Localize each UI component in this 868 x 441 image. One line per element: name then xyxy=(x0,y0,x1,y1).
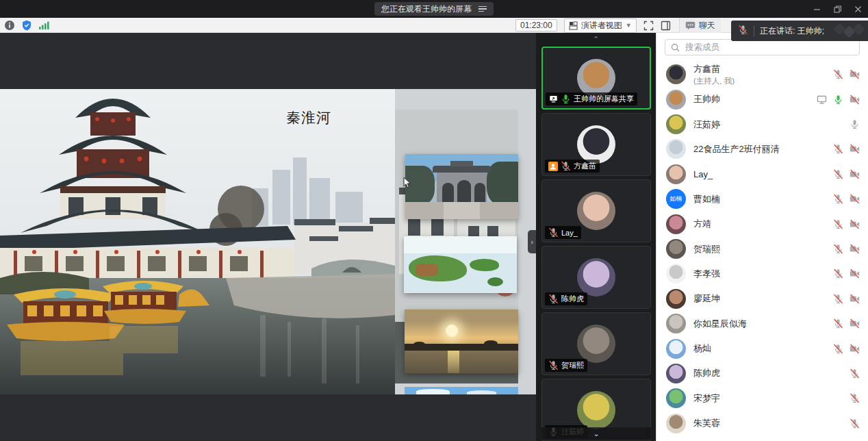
mic-muted-icon[interactable] xyxy=(849,418,860,429)
layout-grid-icon xyxy=(569,21,578,30)
mic-muted-icon[interactable] xyxy=(832,268,843,279)
minimize-button[interactable] xyxy=(806,0,827,18)
member-name: 曹如楠 xyxy=(693,193,832,205)
member-row[interactable]: 廖延坤 xyxy=(656,286,868,311)
thumbnail-label: 王帅帅的屏幕共享 xyxy=(546,92,637,105)
member-name: 汪茹婷 xyxy=(693,118,849,131)
chevron-down-icon[interactable]: ⌄ xyxy=(541,427,651,440)
cam-muted-icon[interactable] xyxy=(849,69,860,80)
avatar xyxy=(666,339,686,359)
avatar xyxy=(577,125,615,164)
member-row[interactable]: 22食品生产2班付丽清 xyxy=(656,137,868,162)
chevron-down-icon: ▼ xyxy=(626,22,632,29)
avatar xyxy=(666,414,686,433)
hamburger-icon[interactable] xyxy=(478,6,487,12)
avatar xyxy=(577,192,615,230)
mic-muted-icon[interactable] xyxy=(832,318,843,329)
mic-muted-icon[interactable] xyxy=(832,343,843,354)
cam-muted-icon[interactable] xyxy=(849,244,860,255)
member-row[interactable]: Lay_ xyxy=(656,162,868,186)
member-row[interactable]: 朱芙蓉 xyxy=(656,411,868,436)
chevron-up-icon[interactable]: ⌃ xyxy=(536,36,656,42)
mic-muted-icon xyxy=(561,161,571,171)
restore-button[interactable] xyxy=(827,0,847,18)
member-row[interactable]: 宋梦宇 xyxy=(656,386,868,411)
mic-green-icon[interactable] xyxy=(832,94,843,105)
avatar xyxy=(666,314,686,333)
cam-muted-icon[interactable] xyxy=(849,218,860,229)
avatar xyxy=(666,164,686,184)
security-shield-icon[interactable] xyxy=(21,20,32,31)
network-signal-icon[interactable] xyxy=(38,21,49,30)
participant-thumbnail[interactable]: 王帅帅的屏幕共享 xyxy=(541,47,651,110)
mic-muted-icon[interactable] xyxy=(832,194,843,205)
avatar xyxy=(666,364,686,383)
participant-thumbnail[interactable]: 贺瑞熙 xyxy=(541,312,651,375)
viewing-screen-label: 您正在观看王帅帅的屏幕 xyxy=(381,3,472,15)
cam-muted-icon[interactable] xyxy=(849,343,860,354)
avatar xyxy=(577,325,615,363)
meeting-logo xyxy=(828,22,867,40)
cam-muted-icon[interactable] xyxy=(849,293,860,304)
view-selector[interactable]: 演讲者视图 ▼ xyxy=(564,18,637,33)
mic-muted-icon[interactable] xyxy=(832,144,843,155)
sidebar-toggle-icon[interactable] xyxy=(661,21,671,31)
info-icon[interactable] xyxy=(4,20,15,31)
cam-muted-icon[interactable] xyxy=(849,318,860,329)
fullscreen-icon[interactable] xyxy=(643,21,654,31)
member-row[interactable]: 贺瑞熙 xyxy=(656,236,868,261)
shared-screen-area: 秦淮河 xyxy=(0,33,536,441)
cam-muted-icon[interactable] xyxy=(849,194,860,205)
participant-thumbnail[interactable]: 陈帅虎 xyxy=(541,246,651,309)
avatar xyxy=(666,90,686,110)
mic-muted-icon[interactable] xyxy=(832,244,843,255)
mic-muted-icon[interactable] xyxy=(832,168,843,179)
member-row[interactable]: 汪茹婷 xyxy=(656,112,868,136)
cam-muted-icon[interactable] xyxy=(849,94,860,105)
avatar xyxy=(666,239,686,259)
close-button[interactable] xyxy=(847,0,868,18)
cam-muted-icon[interactable] xyxy=(849,144,860,155)
thumbnail-label: 陈帅虎 xyxy=(545,292,587,305)
avatar xyxy=(666,64,686,84)
member-row[interactable]: 李孝强 xyxy=(656,262,868,286)
member-row[interactable]: 陈帅虎 xyxy=(656,361,868,386)
cam-muted-icon[interactable] xyxy=(849,168,860,179)
member-row[interactable]: 你如星辰似海 xyxy=(656,312,868,336)
avatar: 如楠 xyxy=(666,189,686,209)
video-thumbnail-strip: ⌃ 王帅帅的屏幕共享 方鑫苗 Lay_ 陈帅虎 贺瑞熙 汪茹婷 ⌄ xyxy=(536,33,656,441)
member-name: 陈帅虎 xyxy=(693,367,849,379)
mic-muted-icon[interactable] xyxy=(832,218,843,229)
mic-gray-icon[interactable] xyxy=(849,119,860,130)
blue-sky-partial-photo xyxy=(405,387,518,394)
member-name: 22食品生产2班付丽清 xyxy=(693,143,832,155)
member-row[interactable]: 如楠 曹如楠 xyxy=(656,187,868,212)
avatar xyxy=(577,258,615,297)
member-search[interactable] xyxy=(665,39,860,55)
sunset-lake-photo xyxy=(405,310,518,373)
titlebar: 您正在观看王帅帅的屏幕 xyxy=(0,0,868,18)
avatar xyxy=(577,391,615,429)
member-row[interactable]: 方靖 xyxy=(656,212,868,236)
chat-button-label: 聊天 xyxy=(699,20,715,32)
mic-muted-icon[interactable] xyxy=(849,368,860,379)
participant-thumbnail[interactable]: Lay_ xyxy=(541,179,651,242)
mic-muted-icon[interactable] xyxy=(832,293,843,304)
member-row[interactable]: 王帅帅 xyxy=(656,87,868,112)
member-row[interactable]: 杨灿 xyxy=(656,336,868,361)
mic-muted-icon[interactable] xyxy=(849,393,860,404)
member-row[interactable]: 方鑫苗(主持人, 我) xyxy=(656,62,868,87)
screen-share-gray-icon[interactable] xyxy=(816,94,827,105)
slide-title: 秦淮河 xyxy=(286,108,331,127)
members-panel: 方鑫苗(主持人, 我) 王帅帅 汪茹婷 22食品生产2班付丽清 Lay_ 如楠 … xyxy=(656,33,868,441)
shared-slide: 秦淮河 xyxy=(0,89,536,394)
member-search-input[interactable] xyxy=(684,42,854,53)
remote-cursor xyxy=(403,177,411,188)
cam-muted-icon[interactable] xyxy=(849,268,860,279)
avatar xyxy=(666,388,686,408)
mic-muted-icon[interactable] xyxy=(832,69,843,80)
chat-button[interactable]: 聊天 xyxy=(679,18,721,33)
participant-thumbnail[interactable]: 方鑫苗 xyxy=(541,113,651,176)
chevron-right-icon[interactable]: › xyxy=(528,230,536,253)
member-name: 方靖 xyxy=(693,218,832,230)
